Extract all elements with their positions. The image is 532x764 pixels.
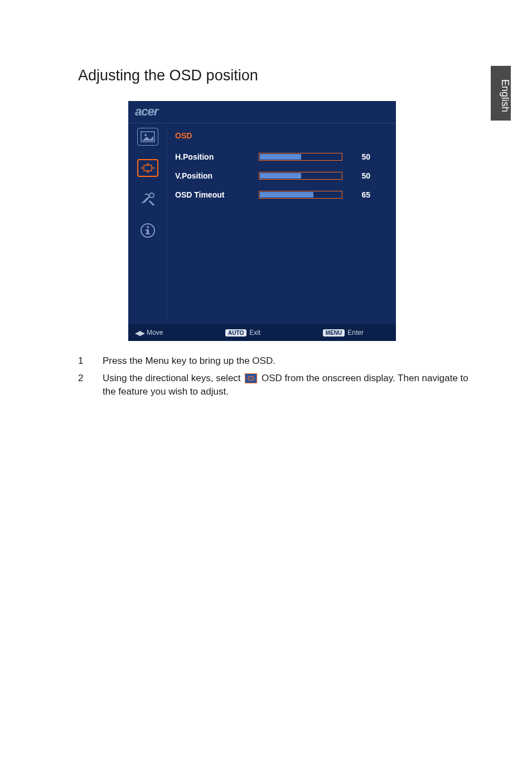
svg-marker-6 (147, 171, 149, 173)
osd-window: acer OSD H.Position (128, 101, 396, 341)
setting-label: OSD Timeout (175, 190, 259, 199)
svg-rect-11 (146, 229, 149, 230)
svg-point-7 (149, 193, 154, 198)
setting-label: V.Position (175, 171, 259, 180)
svg-marker-3 (141, 167, 143, 169)
osd-header: acer (128, 101, 396, 123)
footer-enter: MENU Enter (323, 329, 364, 337)
osd-position-icon[interactable] (137, 159, 158, 177)
setting-value: 50 (342, 152, 370, 161)
brand-logo: acer (135, 104, 158, 118)
svg-marker-5 (147, 163, 149, 165)
svg-rect-13 (249, 377, 253, 380)
page-content: Adjusting the OSD position acer (78, 67, 468, 402)
setting-value: 65 (342, 190, 370, 199)
footer-move: ◀▶ Move (135, 329, 163, 337)
setting-label: H.Position (175, 152, 259, 161)
slider[interactable] (259, 191, 342, 199)
menu-pill: MENU (323, 329, 345, 337)
osd-menu-title: OSD (175, 131, 386, 140)
step-number: 1 (78, 354, 103, 368)
slider[interactable] (259, 172, 342, 180)
info-icon[interactable] (137, 222, 158, 239)
language-tab: English (491, 66, 511, 121)
step-text: Using the directional keys, select OSD f… (103, 372, 468, 399)
osd-content: OSD H.Position 50 V.Position 50 OSD Time… (167, 123, 396, 324)
setting-row-osdtimeout[interactable]: OSD Timeout 65 (175, 190, 386, 199)
setting-row-hposition[interactable]: H.Position 50 (175, 152, 386, 161)
svg-rect-2 (144, 165, 152, 171)
page-title: Adjusting the OSD position (78, 67, 468, 84)
instruction-step: 2 Using the directional keys, select OSD… (78, 372, 468, 399)
slider[interactable] (259, 153, 342, 161)
left-right-arrows-icon: ◀▶ (135, 329, 144, 337)
instruction-step: 1 Press the Menu key to bring up the OSD… (78, 354, 468, 368)
tools-icon[interactable] (137, 190, 158, 208)
osd-position-inline-icon (245, 373, 257, 383)
auto-pill: AUTO (225, 329, 246, 337)
move-label: Move (147, 329, 163, 337)
svg-point-9 (147, 226, 149, 228)
instructions: 1 Press the Menu key to bring up the OSD… (78, 354, 468, 399)
osd-sidebar (128, 123, 167, 324)
svg-point-1 (144, 134, 147, 136)
svg-marker-4 (153, 167, 154, 169)
svg-rect-12 (146, 233, 150, 234)
step-text: Press the Menu key to bring up the OSD. (103, 354, 468, 368)
setting-row-vposition[interactable]: V.Position 50 (175, 171, 386, 180)
step-number: 2 (78, 372, 103, 399)
enter-label: Enter (347, 329, 364, 337)
setting-value: 50 (342, 171, 370, 180)
exit-label: Exit (249, 329, 260, 337)
osd-body: OSD H.Position 50 V.Position 50 OSD Time… (128, 123, 396, 324)
picture-icon[interactable] (137, 128, 158, 146)
footer-exit: AUTO Exit (225, 329, 260, 337)
osd-footer: ◀▶ Move AUTO Exit MENU Enter (128, 324, 396, 341)
